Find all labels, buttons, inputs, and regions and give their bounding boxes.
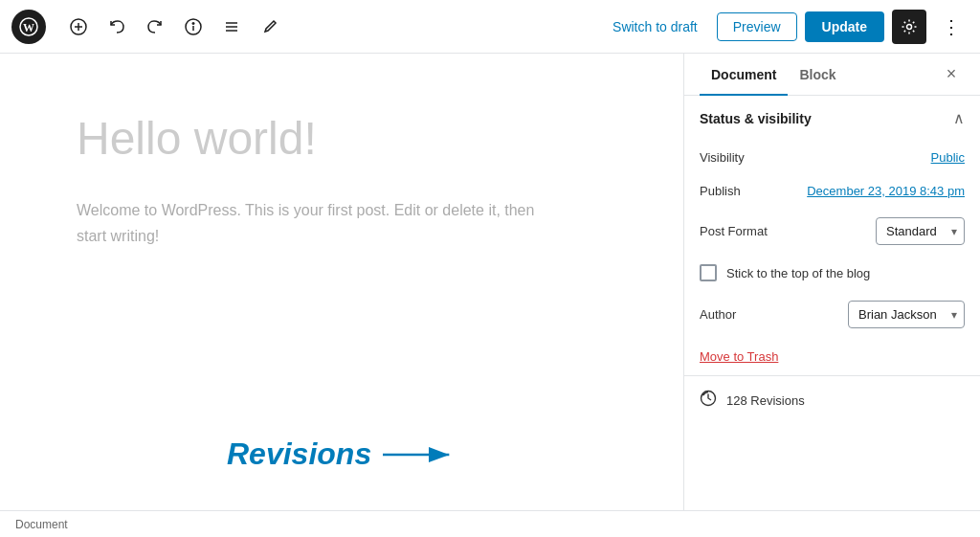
- status-bar-label: Document: [15, 518, 68, 531]
- publish-label: Publish: [700, 184, 741, 198]
- list-view-icon[interactable]: [214, 10, 249, 44]
- status-visibility-section: Status & visibility ∧ Visibility Public …: [684, 96, 980, 376]
- move-to-trash-button[interactable]: Move to Trash: [684, 338, 793, 375]
- revisions-icon: [700, 390, 717, 411]
- author-label: Author: [700, 307, 736, 322]
- editor-area: Hello world! Welcome to WordPress. This …: [0, 54, 683, 510]
- visibility-row: Visibility Public: [684, 141, 980, 174]
- post-title[interactable]: Hello world!: [77, 111, 607, 167]
- wp-logo-icon[interactable]: W: [11, 10, 46, 44]
- stick-to-top-label: Stick to the top of the blog: [726, 266, 870, 280]
- post-format-label: Post Format: [700, 224, 768, 238]
- update-button[interactable]: Update: [805, 11, 884, 42]
- status-visibility-title: Status & visibility: [700, 111, 812, 126]
- author-select-wrapper: Brian Jackson: [848, 301, 965, 328]
- tab-block[interactable]: Block: [788, 54, 847, 96]
- more-icon: ⋮: [942, 15, 961, 38]
- post-content[interactable]: Welcome to WordPress. This is your first…: [77, 197, 555, 249]
- info-icon[interactable]: [176, 10, 211, 44]
- visibility-label: Visibility: [700, 150, 745, 165]
- sidebar-content: Status & visibility ∧ Visibility Public …: [684, 96, 980, 510]
- revisions-label: Revisions: [227, 436, 371, 472]
- publish-date[interactable]: December 23, 2019 8:43 pm: [807, 184, 965, 198]
- svg-point-11: [907, 24, 912, 29]
- status-visibility-header[interactable]: Status & visibility ∧: [684, 96, 980, 141]
- sidebar-tabs: Document Block ×: [684, 54, 980, 96]
- edit-icon[interactable]: [253, 10, 287, 44]
- status-bar: Document: [0, 510, 980, 537]
- toolbar: W: [0, 0, 980, 54]
- section-collapse-icon: ∧: [953, 109, 965, 127]
- more-options-button[interactable]: ⋮: [934, 10, 969, 44]
- toolbar-icons: [61, 10, 287, 44]
- svg-point-7: [192, 22, 194, 24]
- redo-icon[interactable]: [138, 10, 172, 44]
- revisions-count: 128 Revisions: [726, 393, 805, 408]
- visibility-value[interactable]: Public: [931, 150, 965, 165]
- revisions-annotation: Revisions: [227, 436, 459, 472]
- add-icon[interactable]: [61, 10, 96, 44]
- switch-to-draft-button[interactable]: Switch to draft: [601, 19, 709, 34]
- tab-document[interactable]: Document: [700, 54, 788, 96]
- revisions-arrow: [383, 441, 459, 468]
- post-format-row: Post Format Standard Aside Image Video Q…: [684, 208, 980, 255]
- svg-text:W: W: [23, 21, 34, 34]
- post-format-select-wrapper: Standard Aside Image Video Quote: [876, 217, 965, 245]
- settings-button[interactable]: [892, 10, 926, 44]
- stick-to-top-checkbox[interactable]: [700, 264, 717, 281]
- main-area: Hello world! Welcome to WordPress. This …: [0, 54, 980, 510]
- sidebar-close-button[interactable]: ×: [938, 61, 965, 88]
- undo-icon[interactable]: [100, 10, 134, 44]
- post-format-select[interactable]: Standard Aside Image Video Quote: [876, 217, 965, 245]
- sidebar-panel: Document Block × Status & visibility ∧ V…: [683, 54, 980, 510]
- author-select[interactable]: Brian Jackson: [848, 301, 965, 328]
- stick-to-top-row: Stick to the top of the blog: [684, 255, 980, 291]
- publish-row: Publish December 23, 2019 8:43 pm: [684, 174, 980, 208]
- revisions-row[interactable]: 128 Revisions: [684, 376, 980, 424]
- preview-button[interactable]: Preview: [717, 12, 797, 41]
- author-row: Author Brian Jackson: [684, 291, 980, 338]
